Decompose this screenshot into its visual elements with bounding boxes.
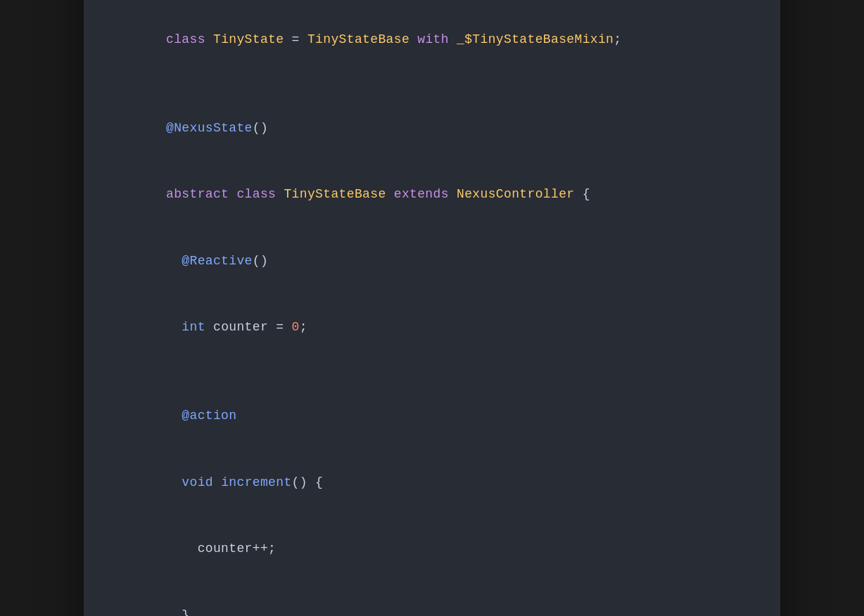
code-line-11: void increment() { (119, 449, 752, 516)
code-line-6: abstract class TinyStateBase extends Nex… (119, 162, 752, 229)
code-line-3: class TinyState = TinyStateBase with _$T… (119, 6, 752, 73)
code-editor: part 'tiny_state.g.dart'; class TinyStat… (84, 0, 780, 616)
code-line-12: counter++; (119, 516, 752, 583)
blank-line-2 (119, 73, 752, 96)
code-window: part 'tiny_state.g.dart'; class TinyStat… (84, 0, 780, 616)
code-line-7: @Reactive() (119, 228, 752, 295)
code-line-8: int counter = 0; (119, 295, 752, 361)
code-line-13: } (119, 582, 752, 616)
blank-line-3 (119, 361, 752, 383)
code-line-10: @action (119, 383, 752, 450)
code-line-5: @NexusState() (119, 95, 752, 162)
blank-line-1 (119, 0, 752, 6)
